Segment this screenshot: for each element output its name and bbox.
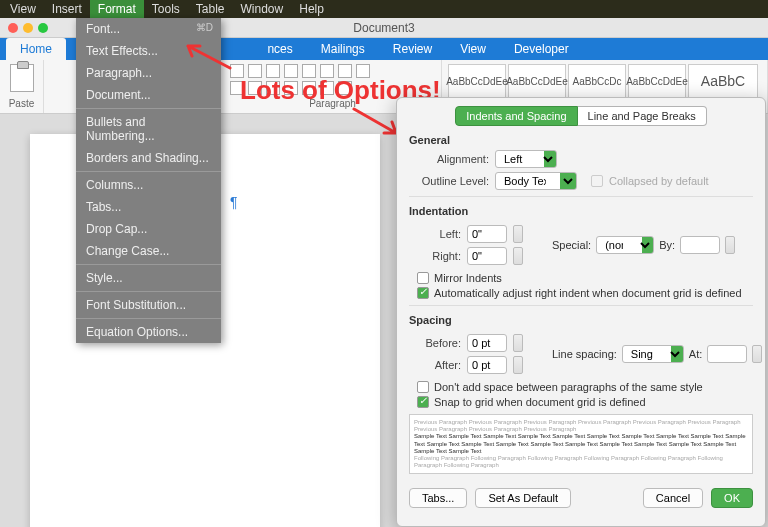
stepper-icon[interactable]	[513, 334, 523, 352]
preview-sample-text: Sample Text Sample Text Sample Text Samp…	[414, 433, 748, 455]
outline-level-label: Outline Level:	[409, 175, 489, 187]
cancel-button[interactable]: Cancel	[643, 488, 703, 508]
paragraph-dialog: Indents and Spacing Line and Page Breaks…	[396, 97, 766, 527]
after-input[interactable]	[467, 356, 507, 374]
style-normal[interactable]: AaBbCcDdEe	[448, 64, 506, 98]
by-input[interactable]	[680, 236, 720, 254]
menu-tools[interactable]: Tools	[144, 0, 188, 18]
style-title[interactable]: AaBbC	[688, 64, 758, 98]
menubar: View Insert Format Tools Table Window He…	[0, 0, 768, 18]
menu-item-columns[interactable]: Columns...	[76, 174, 221, 196]
by-label: By:	[659, 239, 675, 251]
tab-line-page-breaks[interactable]: Line and Page Breaks	[578, 106, 707, 126]
menu-item-dropcap[interactable]: Drop Cap...	[76, 218, 221, 240]
alignment-label: Alignment:	[409, 153, 489, 165]
tab-mailings[interactable]: Mailings	[307, 38, 379, 60]
menu-insert[interactable]: Insert	[44, 0, 90, 18]
section-general: General	[409, 134, 753, 146]
preview-next-text: Following Paragraph Following Paragraph …	[414, 455, 748, 469]
indent-right-input[interactable]	[467, 247, 507, 265]
style-heading2[interactable]: AaBbCcDdEe	[628, 64, 686, 98]
dialog-tabs: Indents and Spacing Line and Page Breaks	[397, 106, 765, 126]
auto-adjust-label: Automatically adjust right indent when d…	[434, 287, 742, 299]
menu-table[interactable]: Table	[188, 0, 233, 18]
maximize-icon[interactable]	[38, 23, 48, 33]
stepper-icon[interactable]	[513, 356, 523, 374]
line-spacing-label: Line spacing:	[552, 348, 617, 360]
special-select[interactable]: (none)	[596, 236, 654, 254]
menu-item-fontsub[interactable]: Font Substitution...	[76, 294, 221, 316]
alignment-select[interactable]: Left	[495, 150, 557, 168]
stepper-icon[interactable]	[725, 236, 735, 254]
tab-home[interactable]: Home	[6, 38, 66, 60]
paste-label: Paste	[6, 98, 37, 109]
outline-level-select[interactable]: Body Text	[495, 172, 577, 190]
clipboard-group: Paste	[0, 60, 44, 113]
tab-view[interactable]: View	[446, 38, 500, 60]
mirror-indents-label: Mirror Indents	[434, 272, 502, 284]
menu-item-tabs[interactable]: Tabs...	[76, 196, 221, 218]
document-title: Document3	[353, 21, 414, 35]
menu-item-bullets[interactable]: Bullets and Numbering...	[76, 111, 221, 147]
menu-item-font[interactable]: Font...⌘D	[76, 18, 221, 40]
tab-indents-spacing[interactable]: Indents and Spacing	[455, 106, 577, 126]
set-default-button[interactable]: Set As Default	[475, 488, 571, 508]
line-spacing-select[interactable]: Single	[622, 345, 684, 363]
stepper-icon[interactable]	[513, 225, 523, 243]
menu-format[interactable]: Format	[90, 0, 144, 18]
indent-right-label: Right:	[409, 250, 461, 262]
before-input[interactable]	[467, 334, 507, 352]
snap-grid-checkbox[interactable]	[417, 396, 429, 408]
preview-prev-text: Previous Paragraph Previous Paragraph Pr…	[414, 419, 748, 433]
paste-icon[interactable]	[10, 64, 34, 92]
after-label: After:	[409, 359, 461, 371]
at-input[interactable]	[707, 345, 747, 363]
tab-review[interactable]: Review	[379, 38, 446, 60]
paragraph-mark-icon: ¶	[230, 194, 238, 210]
menu-view[interactable]: View	[2, 0, 44, 18]
ok-button[interactable]: OK	[711, 488, 753, 508]
indent-left-input[interactable]	[467, 225, 507, 243]
section-spacing: Spacing	[409, 314, 753, 326]
at-label: At:	[689, 348, 702, 360]
divider	[409, 196, 753, 197]
before-label: Before:	[409, 337, 461, 349]
arrow-icon	[350, 107, 400, 137]
divider	[409, 305, 753, 306]
preview-box: Previous Paragraph Previous Paragraph Pr…	[409, 414, 753, 474]
stepper-icon[interactable]	[513, 247, 523, 265]
mirror-indents-checkbox[interactable]	[417, 272, 429, 284]
indent-left-label: Left:	[409, 228, 461, 240]
shortcut-label: ⌘D	[196, 22, 213, 33]
menu-item-changecase[interactable]: Change Case...	[76, 240, 221, 262]
tab-developer[interactable]: Developer	[500, 38, 583, 60]
dialog-buttons: Tabs... Set As Default Cancel OK	[397, 480, 765, 516]
menu-item-document[interactable]: Document...	[76, 84, 221, 106]
tab-references[interactable]: nces	[253, 38, 306, 60]
menu-item-equation[interactable]: Equation Options...	[76, 321, 221, 343]
menu-separator	[76, 318, 221, 319]
collapsed-checkbox	[591, 175, 603, 187]
window-controls	[0, 23, 48, 33]
menu-separator	[76, 108, 221, 109]
arrow-icon	[182, 40, 232, 70]
tabs-button[interactable]: Tabs...	[409, 488, 467, 508]
menu-separator	[76, 171, 221, 172]
menu-separator	[76, 264, 221, 265]
close-icon[interactable]	[8, 23, 18, 33]
menu-separator	[76, 291, 221, 292]
style-nospacing[interactable]: AaBbCcDdEe	[508, 64, 566, 98]
dont-add-space-checkbox[interactable]	[417, 381, 429, 393]
section-indentation: Indentation	[409, 205, 753, 217]
collapsed-label: Collapsed by default	[609, 175, 709, 187]
snap-grid-label: Snap to grid when document grid is defin…	[434, 396, 646, 408]
style-heading1[interactable]: AaBbCcDc	[568, 64, 626, 98]
menu-item-borders[interactable]: Borders and Shading...	[76, 147, 221, 169]
minimize-icon[interactable]	[23, 23, 33, 33]
stepper-icon[interactable]	[752, 345, 762, 363]
menu-window[interactable]: Window	[233, 0, 292, 18]
auto-adjust-checkbox[interactable]	[417, 287, 429, 299]
menu-item-style[interactable]: Style...	[76, 267, 221, 289]
menu-help[interactable]: Help	[291, 0, 332, 18]
dont-add-space-label: Don't add space between paragraphs of th…	[434, 381, 703, 393]
